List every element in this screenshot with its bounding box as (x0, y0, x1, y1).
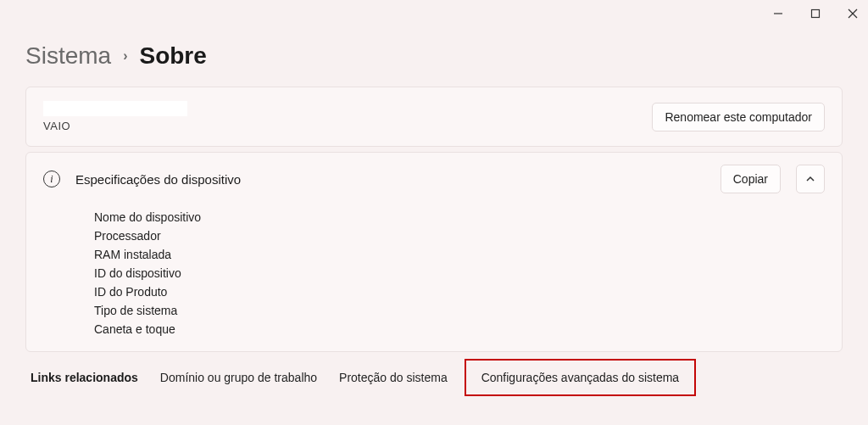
spec-label: Processador (94, 229, 281, 243)
pc-info: VAIO (43, 101, 187, 132)
spec-row-product-id: ID do Produto (94, 285, 825, 299)
spec-label: Caneta e toque (94, 322, 281, 336)
rename-pc-button[interactable]: Renomear este computador (652, 103, 825, 131)
close-button[interactable] (844, 5, 861, 22)
chevron-up-icon (805, 174, 815, 184)
spec-row-device-id: ID do dispositivo (94, 266, 825, 280)
device-specs-body: Nome do dispositivo Processador RAM inst… (26, 205, 842, 351)
spec-label: Nome do dispositivo (94, 210, 281, 224)
spec-label: ID do Produto (94, 285, 281, 299)
pc-name (43, 101, 187, 116)
related-links: Links relacionados Domínio ou grupo de t… (25, 357, 843, 398)
spec-row-system-type: Tipo de sistema (94, 304, 825, 317)
maximize-button[interactable] (807, 5, 824, 22)
link-advanced-system-settings[interactable]: Configurações avançadas do sistema (481, 371, 679, 384)
breadcrumb: Sistema › Sobre (0, 34, 868, 87)
link-domain-workgroup[interactable]: Domínio ou grupo de trabalho (160, 371, 317, 384)
breadcrumb-parent[interactable]: Sistema (25, 42, 111, 70)
window-titlebar (0, 0, 868, 34)
info-icon: i (43, 171, 60, 187)
highlight-annotation: Configurações avançadas do sistema (465, 359, 696, 396)
device-specs-card: i Especificações do dispositivo Copiar N… (25, 152, 843, 352)
page-title: Sobre (139, 42, 206, 70)
device-specs-header[interactable]: i Especificações do dispositivo Copiar (26, 153, 842, 205)
spec-row-processor: Processador (94, 229, 825, 243)
spec-label: Tipo de sistema (94, 304, 281, 317)
minimize-button[interactable] (770, 5, 787, 22)
chevron-right-icon: › (123, 48, 127, 64)
spec-row-ram: RAM instalada (94, 248, 825, 261)
pc-brand: VAIO (43, 120, 187, 132)
related-links-heading: Links relacionados (31, 371, 138, 384)
collapse-button[interactable] (796, 165, 825, 193)
spec-label: ID do dispositivo (94, 266, 281, 280)
svg-rect-1 (812, 10, 820, 18)
spec-row-pen-touch: Caneta e toque (94, 322, 825, 336)
link-system-protection[interactable]: Proteção do sistema (339, 371, 448, 384)
spec-row-device-name: Nome do dispositivo (94, 210, 825, 224)
device-specs-title: Especificações do dispositivo (75, 172, 705, 187)
spec-label: RAM instalada (94, 248, 281, 261)
copy-button[interactable]: Copiar (721, 165, 781, 193)
pc-card: VAIO Renomear este computador (25, 87, 843, 147)
